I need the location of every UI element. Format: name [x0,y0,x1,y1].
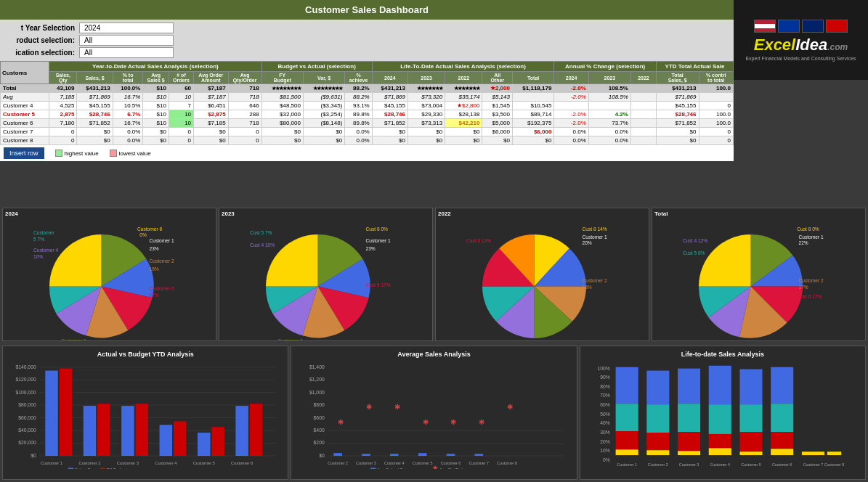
svg-rect-125 [615,449,638,455]
th-annual: Annual % Change (selection) [554,62,657,72]
svg-text:Customer 3: Customer 3 [117,461,139,465]
cell: $0 [194,128,229,136]
cell: 0.0% [345,136,372,145]
cell: $28,746 [372,110,407,119]
product-input[interactable]: All [79,35,174,46]
svg-text:Customer 1: Customer 1 [583,234,607,240]
avg-chart-title: Average Sales Analysis [296,351,572,358]
cell: 88.2% [345,93,372,102]
location-input[interactable]: All [79,47,174,58]
cell: $0 [303,136,344,145]
svg-text:Customer 8: Customer 8 [137,226,162,232]
cell: 0 [699,136,734,145]
app-wrapper: ExcelIdea.com Expert Financial Models an… [0,0,868,482]
svg-text:23%: 23% [366,246,376,251]
cell [630,84,656,93]
svg-text:Customer 2: Customer 2 [78,461,100,465]
svg-rect-134 [708,366,731,404]
svg-rect-64 [235,406,248,456]
cell: $29,330 [407,110,445,119]
svg-text:Avg Sales / Cstm: Avg Sales / Cstm [378,467,410,469]
cell: $42,210 [445,119,482,128]
cell: $0 [445,136,482,145]
cell: 0 [49,128,77,136]
th-ann-2023: 2023 [588,72,630,84]
svg-text:Customer 6: Customer 6 [772,462,792,467]
cell: 108.5% [588,93,630,102]
svg-rect-58 [121,406,134,456]
svg-rect-136 [708,434,731,448]
svg-text:Sales, $: Sales, $ [75,467,91,469]
logo-flags [754,20,848,33]
svg-rect-74 [100,468,105,470]
th-ann-2024: 2024 [554,72,588,84]
svg-text:13%: 13% [583,285,592,290]
product-control-row: roduct selection: All [6,35,728,46]
svg-text:Customer 3: Customer 3 [278,338,303,342]
svg-rect-89 [390,454,399,456]
cell: $431,213 [656,84,699,93]
insert-row-button[interactable]: Insert row [4,147,44,159]
svg-text:Customer 3 24%: Customer 3 24% [707,340,742,341]
cell: 4,525 [49,102,77,110]
cell [630,136,656,145]
cell [699,93,734,102]
cell: 0.0% [113,136,143,145]
actual-vs-budget-chart: Actual vs Budget YTD Analysis $140,000 $… [2,346,288,480]
svg-text:60%: 60% [600,402,610,407]
cell: 7,185 [49,93,77,102]
svg-text:0%: 0% [139,232,147,237]
th-ltd-2023: 2023 [407,72,445,84]
cell: 43,109 [49,84,77,93]
svg-rect-137 [708,448,731,455]
year-input[interactable]: 2024 [79,23,174,33]
svg-text:Customer 3 13%: Customer 3 13% [490,340,526,341]
svg-text:✱: ✱ [507,403,513,411]
th-pct-achieve: %achieve [345,72,372,84]
svg-rect-91 [447,454,455,456]
th-avg-order: Avg OrderAmount [194,72,229,84]
cell: 89.8% [345,119,372,128]
svg-rect-131 [678,404,700,432]
svg-rect-132 [678,432,700,451]
cell: $0 [445,128,482,136]
svg-text:$80,000: $80,000 [18,402,36,407]
cell [554,102,588,110]
dashboard-header: Customer Sales Dashboard [0,0,734,20]
cell: 0.0% [345,128,372,136]
svg-text:Customer 3: Customer 3 [357,461,377,465]
cell: $0 [372,128,407,136]
cell: 16.7% [113,93,143,102]
svg-rect-127 [646,404,669,433]
svg-text:100%: 100% [597,366,609,371]
svg-text:$0: $0 [319,453,325,458]
th-pct-total: % tototal [113,72,143,84]
cell: $81,500 [261,93,303,102]
svg-rect-135 [708,404,731,434]
svg-text:17%: 17% [150,293,159,298]
svg-text:✱: ✱ [338,418,344,426]
cell: $0 [77,128,113,136]
svg-text:$140,000: $140,000 [15,364,36,369]
cell: 10 [169,119,193,128]
th-ltd-other: AllOther [482,72,513,84]
svg-text:Customer 8: Customer 8 [824,462,844,467]
th-ytd-total: YTD Total Actual Sale [656,62,733,72]
cell: $1,118,179 [512,84,553,93]
bottom-charts-section: Actual vs Budget YTD Analysis $140,000 $… [0,343,868,482]
cell: 718 [228,84,261,93]
table-row: Customer 7 0 $0 0.0% $0 0 $0 0 $0 $0 0.0… [1,128,734,136]
svg-rect-133 [678,451,700,455]
th-sales-qty: Sales,Qty [49,72,77,84]
svg-text:30%: 30% [600,430,610,435]
bar-chart-svg-budget: $140,000 $120,000 $100,000 $80,000 $60,0… [7,360,283,469]
svg-text:40%: 40% [600,420,610,425]
pie-charts-section: 2024 [0,205,868,343]
svg-text:Customer 2: Customer 2 [328,461,349,465]
cell: $73,313 [407,119,445,128]
cell [512,93,553,102]
svg-rect-107 [370,468,376,470]
cell: -2.0% [554,110,588,119]
svg-rect-65 [250,404,262,456]
svg-text:Cust 5 7%: Cust 5 7% [250,230,272,235]
